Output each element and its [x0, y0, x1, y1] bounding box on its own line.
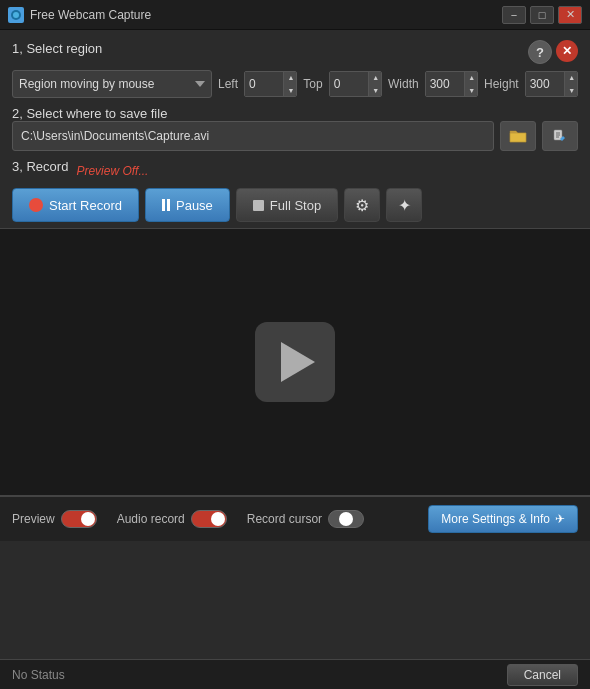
width-up[interactable]: ▲ [465, 71, 478, 84]
section1-header-row: 1, Select region ? ✕ [12, 40, 578, 64]
pause-icon [162, 199, 170, 211]
preview-area [0, 228, 590, 496]
help-button[interactable]: ? [528, 40, 552, 64]
width-input[interactable] [426, 72, 464, 96]
top-down[interactable]: ▼ [369, 84, 382, 97]
left-input[interactable] [245, 72, 283, 96]
cursor-toggle-knob [339, 512, 353, 526]
pause-button[interactable]: Pause [145, 188, 230, 222]
width-spinbox: ▲ ▼ [425, 71, 478, 97]
height-label: Height [484, 77, 519, 91]
preview-status: Preview Off... [76, 164, 148, 178]
audio-toggle-label: Audio record [117, 512, 185, 526]
settings-button[interactable]: ⚙ [344, 188, 380, 222]
section1: 1, Select region ? ✕ Region moving by mo… [12, 40, 578, 98]
region-controls: Region moving by mouse Left ▲ ▼ Top ▲ ▼ [12, 70, 578, 98]
cursor-toggle[interactable] [328, 510, 364, 528]
section1-title: 1, Select region [12, 41, 102, 56]
browse-folder-button[interactable] [500, 121, 536, 151]
brightness-button[interactable]: ✦ [386, 188, 422, 222]
cancel-button[interactable]: Cancel [507, 664, 578, 686]
file-row [12, 121, 578, 151]
window-controls: − □ ✕ [502, 6, 582, 24]
titlebar-left: Free Webcam Capture [8, 7, 151, 23]
play-button[interactable] [255, 322, 335, 402]
file-path-input[interactable] [12, 121, 494, 151]
top-input[interactable] [330, 72, 368, 96]
minimize-button[interactable]: − [502, 6, 526, 24]
close-region-button[interactable]: ✕ [556, 40, 578, 62]
app-title: Free Webcam Capture [30, 8, 151, 22]
bottom-bar: Preview Audio record Record cursor More … [0, 496, 590, 541]
settings-icon: ⚙ [355, 196, 369, 215]
start-record-label: Start Record [49, 198, 122, 213]
start-record-button[interactable]: Start Record [12, 188, 139, 222]
play-triangle-icon [281, 342, 315, 382]
edit-file-button[interactable] [542, 121, 578, 151]
stop-label: Full Stop [270, 198, 321, 213]
status-bar: No Status Cancel [0, 659, 590, 689]
svg-point-1 [13, 12, 19, 18]
audio-toggle-group: Audio record [117, 510, 227, 528]
record-buttons: Start Record Pause Full Stop ⚙ [12, 188, 578, 222]
more-info-button[interactable]: More Settings & Info ✈ [428, 505, 578, 533]
section2: 2, Select where to save file [12, 106, 578, 151]
cursor-toggle-label: Record cursor [247, 512, 322, 526]
section2-title: 2, Select where to save file [12, 106, 167, 121]
brightness-icon: ✦ [398, 196, 411, 215]
left-down[interactable]: ▼ [284, 84, 297, 97]
height-spinbox: ▲ ▼ [525, 71, 578, 97]
full-stop-button[interactable]: Full Stop [236, 188, 338, 222]
audio-toggle-knob [211, 512, 225, 526]
record-dot-icon [29, 198, 43, 212]
top-up[interactable]: ▲ [369, 71, 382, 84]
audio-toggle[interactable] [191, 510, 227, 528]
left-spinbox: ▲ ▼ [244, 71, 297, 97]
height-up[interactable]: ▲ [565, 71, 578, 84]
stop-icon [253, 200, 264, 211]
section1-action-btns: ? ✕ [528, 40, 578, 64]
app-icon [8, 7, 24, 23]
height-input[interactable] [526, 72, 564, 96]
preview-toggle[interactable] [61, 510, 97, 528]
preview-toggle-label: Preview [12, 512, 55, 526]
more-info-label: More Settings & Info [441, 512, 550, 526]
section3-title: 3, Record [12, 159, 68, 174]
width-label: Width [388, 77, 419, 91]
cursor-toggle-group: Record cursor [247, 510, 364, 528]
section3: 3, Record Preview Off... Start Record Pa… [12, 159, 578, 222]
left-up[interactable]: ▲ [284, 71, 297, 84]
close-button[interactable]: ✕ [558, 6, 582, 24]
preview-toggle-knob [81, 512, 95, 526]
status-text: No Status [12, 668, 65, 682]
titlebar: Free Webcam Capture − □ ✕ [0, 0, 590, 30]
region-select[interactable]: Region moving by mouse [12, 70, 212, 98]
top-label: Top [303, 77, 322, 91]
main-content: 1, Select region ? ✕ Region moving by mo… [0, 30, 590, 689]
height-down[interactable]: ▼ [565, 84, 578, 97]
pause-label: Pause [176, 198, 213, 213]
preview-toggle-group: Preview [12, 510, 97, 528]
left-label: Left [218, 77, 238, 91]
section3-header: 3, Record Preview Off... [12, 159, 578, 182]
top-spinbox: ▲ ▼ [329, 71, 382, 97]
maximize-button[interactable]: □ [530, 6, 554, 24]
send-icon: ✈ [555, 512, 565, 526]
width-down[interactable]: ▼ [465, 84, 478, 97]
